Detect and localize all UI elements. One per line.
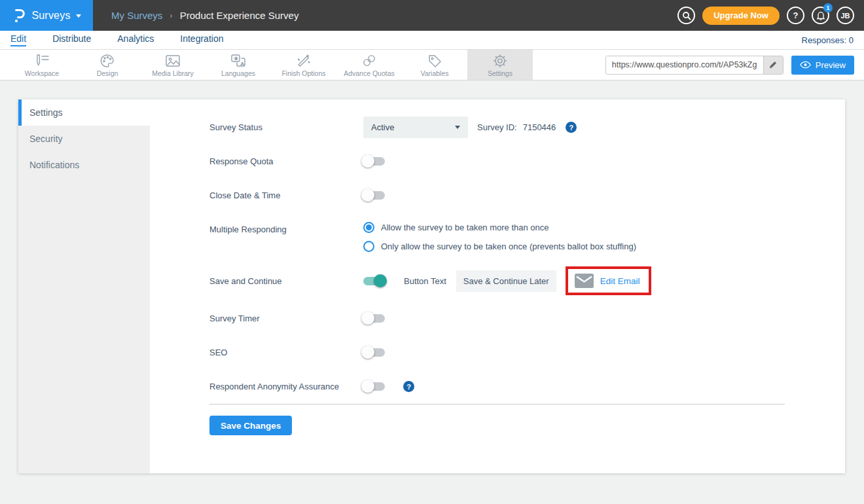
toggle-knob	[361, 189, 374, 202]
form-divider	[209, 404, 785, 405]
survey-id: Survey ID: 7150446	[477, 122, 556, 132]
questionpro-logo-icon	[12, 8, 26, 24]
sidebar-item-settings[interactable]: Settings	[18, 99, 150, 126]
edit-email-link[interactable]: Edit Email	[600, 276, 640, 286]
translate-icon: ★A	[230, 53, 247, 69]
seo-row: SEO	[209, 342, 845, 363]
toolbar-item-media-library[interactable]: Media Library	[140, 50, 206, 80]
settings-sidebar: Settings Security Notifications	[18, 99, 150, 473]
svg-text:A: A	[241, 60, 245, 66]
toolbar-item-design[interactable]: Design	[75, 50, 140, 80]
anonymity-row: Respondent Anonymity Assurance ?	[209, 376, 845, 397]
seo-label: SEO	[209, 348, 363, 357]
survey-url-input[interactable]	[606, 56, 763, 74]
toolbar-item-languages[interactable]: ★A Languages	[206, 50, 271, 80]
toggle-knob	[361, 346, 374, 359]
toggle-knob	[361, 380, 374, 393]
workspace-icon	[33, 53, 50, 69]
toolbar-item-advance-quotas[interactable]: Advance Quotas	[336, 50, 402, 80]
breadcrumb-separator-icon: ›	[170, 10, 172, 20]
upgrade-now-button[interactable]: Upgrade Now	[702, 7, 780, 25]
tag-icon	[427, 53, 442, 69]
toggle-knob	[361, 154, 374, 168]
survey-url-group	[605, 56, 783, 75]
survey-timer-row: Survey Timer	[209, 308, 845, 329]
notification-badge: 1	[823, 3, 833, 12]
preview-label: Preview	[816, 60, 846, 70]
notifications-button[interactable]: 1	[812, 7, 829, 24]
response-quota-label: Response Quota	[209, 156, 363, 166]
multiple-responding-row: Multiple Responding Allow the survey to …	[209, 219, 845, 252]
tab-edit[interactable]: Edit	[10, 33, 26, 46]
survey-timer-toggle[interactable]	[363, 314, 385, 323]
save-and-continue-toggle[interactable]	[363, 277, 385, 285]
close-date-time-toggle[interactable]	[363, 191, 385, 200]
toolbar-item-label: Advance Quotas	[344, 69, 395, 77]
toggle-knob	[374, 274, 387, 287]
settings-card: Settings Security Notifications Survey S…	[18, 99, 845, 473]
anonymity-help-icon[interactable]: ?	[403, 381, 414, 392]
chevron-down-icon	[76, 14, 81, 18]
toolbar-item-finish-options[interactable]: Finish Options	[271, 50, 336, 80]
tab-integration[interactable]: Integration	[180, 33, 223, 46]
toggle-knob	[361, 312, 374, 325]
search-icon	[682, 11, 691, 20]
toolbar-item-label: Design	[97, 69, 118, 77]
button-text-label: Button Text	[404, 276, 446, 286]
eye-icon	[800, 61, 811, 69]
toolbar-item-variables[interactable]: Variables	[402, 50, 467, 80]
search-button[interactable]	[677, 7, 695, 24]
survey-status-row: Survey Status Active Survey ID: 7150446 …	[209, 117, 845, 138]
settings-form: Survey Status Active Survey ID: 7150446 …	[150, 99, 845, 473]
radio-option-multiple[interactable]: Allow the survey to be taken more than o…	[363, 222, 636, 233]
close-date-time-row: Close Date & Time	[209, 185, 845, 206]
survey-status-label: Survey Status	[209, 122, 363, 132]
edit-url-button[interactable]	[763, 56, 783, 74]
preview-button[interactable]: Preview	[791, 56, 854, 75]
avatar[interactable]: JB	[837, 7, 854, 24]
seo-toggle[interactable]	[363, 348, 385, 357]
save-changes-button[interactable]: Save Changes	[209, 416, 292, 435]
sidebar-item-security[interactable]: Security	[18, 126, 150, 152]
toolbar-item-label: Media Library	[152, 69, 194, 77]
editor-toolbar: Workspace Design Media Library ★A Langua…	[0, 50, 864, 81]
radio-option-once[interactable]: Only allow the survey to be taken once (…	[363, 241, 636, 252]
survey-status-value: Active	[371, 122, 394, 132]
survey-id-value: 7150446	[523, 122, 556, 132]
palette-icon	[99, 53, 115, 69]
email-icon[interactable]	[575, 274, 594, 288]
tab-analytics[interactable]: Analytics	[117, 33, 154, 46]
toolbar-item-label: Variables	[421, 69, 449, 77]
breadcrumb-parent[interactable]: My Surveys	[111, 10, 162, 21]
toolbar-item-workspace[interactable]: Workspace	[9, 50, 75, 80]
radio-icon[interactable]	[363, 222, 374, 233]
sidebar-item-notifications[interactable]: Notifications	[18, 152, 150, 178]
toolbar-item-label: Finish Options	[281, 69, 325, 77]
button-text-input[interactable]	[456, 270, 556, 292]
multiple-responding-options: Allow the survey to be taken more than o…	[363, 219, 636, 252]
multiple-responding-label: Multiple Responding	[209, 219, 363, 234]
app-logo-menu[interactable]: Surveys	[0, 0, 93, 31]
anonymity-toggle[interactable]	[363, 382, 385, 391]
response-quota-row: Response Quota	[209, 151, 845, 172]
top-header: Surveys My Surveys › Product Experience …	[0, 0, 864, 31]
chevron-down-icon	[455, 126, 460, 129]
survey-id-help-icon[interactable]: ?	[566, 122, 577, 133]
radio-icon[interactable]	[363, 241, 374, 252]
gear-icon	[492, 53, 508, 69]
edit-email-highlight-box: Edit Email	[566, 266, 651, 295]
help-button[interactable]: ?	[787, 7, 804, 24]
close-date-time-label: Close Date & Time	[209, 190, 363, 200]
product-name: Surveys	[31, 10, 70, 22]
save-and-continue-row: Save and Continue Button Text Edit Email	[209, 266, 845, 295]
breadcrumb-current: Product Experience Survey	[180, 10, 299, 21]
chain-links-icon	[361, 53, 378, 69]
tab-distribute[interactable]: Distribute	[52, 33, 91, 46]
response-quota-toggle[interactable]	[363, 157, 385, 166]
toolbar-item-settings[interactable]: Settings	[467, 50, 533, 80]
survey-id-label: Survey ID:	[477, 122, 517, 132]
toolbar-right: Preview	[605, 50, 864, 80]
radio-option-label: Allow the survey to be taken more than o…	[381, 223, 549, 232]
responses-count: Responses: 0	[802, 35, 854, 45]
survey-status-select[interactable]: Active	[363, 117, 468, 138]
